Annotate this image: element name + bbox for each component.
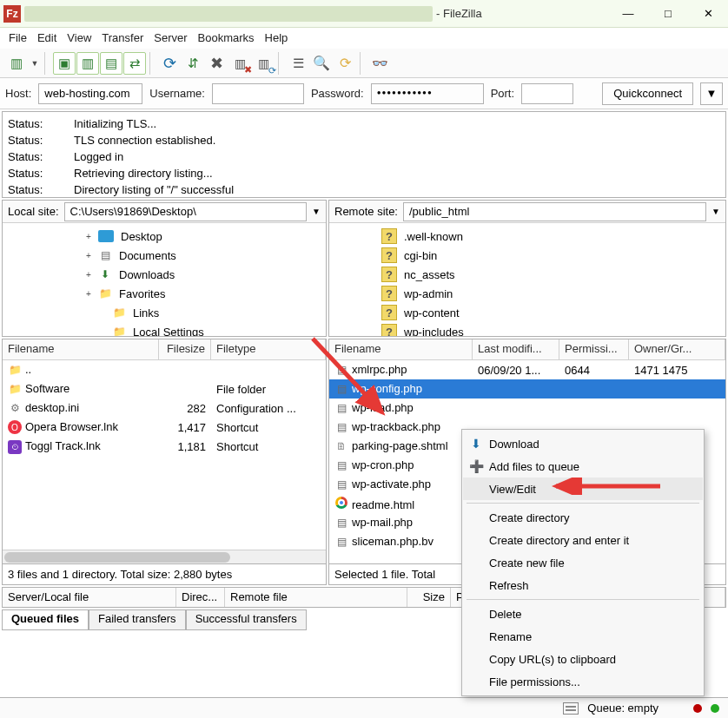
menu-view[interactable]: View: [67, 31, 91, 44]
folder-icon: 📁: [112, 306, 126, 319]
context-menu-item[interactable]: Refresh: [463, 574, 703, 596]
tree-node[interactable]: 📁Local Settings: [4, 322, 324, 336]
col-direction[interactable]: Direc...: [176, 588, 225, 607]
port-input[interactable]: [521, 83, 573, 104]
context-menu-item[interactable]: Copy URL(s) to clipboard: [463, 648, 703, 670]
expand-toggle[interactable]: +: [83, 232, 95, 241]
search-icon[interactable]: 🔍: [310, 52, 333, 75]
remote-tree[interactable]: ?.well-known?cgi-bin?nc_assets?wp-admin?…: [329, 223, 725, 336]
tree-node[interactable]: +⬇Downloads: [4, 265, 324, 284]
scrollbar[interactable]: [3, 550, 326, 563]
menu-file[interactable]: File: [9, 31, 27, 44]
toggle-panel2-icon[interactable]: ▥: [76, 52, 99, 75]
tree-node[interactable]: ?wp-includes: [331, 322, 724, 336]
tree-node[interactable]: ?.well-known: [331, 227, 724, 246]
process-queue-icon[interactable]: ⇵: [182, 52, 204, 75]
expand-toggle[interactable]: +: [83, 289, 95, 299]
menu-edit[interactable]: Edit: [37, 31, 56, 44]
col-remote-file[interactable]: Remote file: [225, 588, 407, 607]
username-input[interactable]: [212, 83, 304, 104]
download-icon: ⬇: [468, 436, 484, 451]
chevron-down-icon[interactable]: ▼: [312, 207, 321, 216]
menu-bookmarks[interactable]: Bookmarks: [198, 31, 255, 44]
list-item[interactable]: ▤wp-load.php: [329, 399, 725, 418]
col-filename[interactable]: Filename: [3, 339, 159, 359]
context-menu-item[interactable]: File permissions...: [463, 670, 703, 693]
tree-node[interactable]: 📁Links: [4, 303, 324, 322]
minimize-button[interactable]: —: [608, 1, 648, 27]
php-file-icon: ▤: [334, 401, 348, 415]
tree-node[interactable]: ?wp-content: [331, 303, 724, 322]
menu-transfer[interactable]: Transfer: [102, 31, 143, 44]
list-item[interactable]: 📁SoftwareFile folder: [3, 379, 326, 399]
host-input[interactable]: [38, 83, 142, 104]
menu-label: Add files to queue: [489, 460, 579, 473]
list-item[interactable]: 📁..: [3, 360, 326, 379]
file-name: wp-mail.php: [352, 516, 413, 529]
tree-node[interactable]: ?wp-admin: [331, 284, 724, 303]
col-modified[interactable]: Last modifi...: [473, 339, 559, 359]
local-tree[interactable]: +Desktop+▤Documents+⬇Downloads+📁Favorite…: [3, 223, 326, 336]
list-item[interactable]: ⚙desktop.ini282Configuration ...: [3, 399, 326, 418]
site-manager-icon[interactable]: ▥: [5, 52, 28, 75]
quickconnect-button[interactable]: Quickconnect: [602, 82, 693, 105]
context-menu-item[interactable]: Create new file: [463, 551, 703, 574]
tree-node[interactable]: +📁Favorites: [4, 284, 324, 303]
tab-queued[interactable]: Queued files: [2, 609, 89, 630]
col-owner[interactable]: Owner/Gr...: [629, 339, 725, 359]
context-menu-item[interactable]: ⬇Download: [463, 432, 703, 455]
tree-node[interactable]: +Desktop: [4, 227, 324, 246]
tab-failed[interactable]: Failed transfers: [89, 609, 186, 630]
context-menu-item[interactable]: Rename: [463, 625, 703, 648]
tree-node[interactable]: ?cgi-bin: [331, 246, 724, 265]
file-type: Shortcut: [211, 421, 326, 434]
binoculars-icon[interactable]: 👓: [368, 52, 391, 75]
tree-node[interactable]: ?nc_assets: [331, 265, 724, 284]
col-server[interactable]: Server/Local file: [3, 588, 176, 607]
toggle-panel1-icon[interactable]: ▣: [53, 52, 76, 75]
local-path-input[interactable]: [64, 202, 308, 221]
chevron-down-icon[interactable]: ▼: [711, 207, 720, 216]
col-filetype[interactable]: Filetype: [211, 339, 326, 359]
context-menu-item[interactable]: Create directory and enter it: [463, 529, 703, 551]
list-item[interactable]: OOpera Browser.lnk1,417Shortcut: [3, 418, 326, 437]
toggle-panel4-icon[interactable]: ⇄: [123, 52, 146, 75]
remote-path-input[interactable]: [403, 202, 706, 221]
compare-icon[interactable]: ⟳: [334, 52, 356, 75]
list-item[interactable]: ▤xmlrpc.php06/09/20 1...06441471 1475: [329, 360, 725, 379]
context-menu-item[interactable]: Delete: [463, 603, 703, 625]
close-button[interactable]: ✕: [688, 1, 728, 27]
dropdown-arrow-icon[interactable]: ▼: [29, 52, 41, 75]
expand-toggle[interactable]: +: [83, 270, 95, 280]
col-filesize[interactable]: Filesize: [159, 339, 211, 359]
list-item[interactable]: ▤wp-config.php: [329, 379, 725, 399]
maximize-button[interactable]: □: [648, 1, 688, 27]
quickconnect-dropdown[interactable]: ▼: [700, 82, 723, 105]
cancel-icon[interactable]: ✖: [205, 52, 228, 75]
context-menu-item[interactable]: Create directory: [463, 506, 703, 529]
refresh-icon[interactable]: ⟳: [158, 52, 181, 75]
filter-icon[interactable]: ☰: [287, 52, 309, 75]
list-item[interactable]: ⏲Toggl Track.lnk1,181Shortcut: [3, 437, 326, 456]
col-permissions[interactable]: Permissi...: [559, 339, 629, 359]
tab-successful[interactable]: Successful transfers: [186, 609, 307, 630]
context-menu-item[interactable]: ➕Add files to queue: [463, 455, 703, 478]
password-input[interactable]: ●●●●●●●●●●●: [371, 83, 484, 104]
menu-help[interactable]: Help: [265, 31, 288, 44]
tree-node[interactable]: +▤Documents: [4, 246, 324, 265]
menu-server[interactable]: Server: [154, 31, 187, 44]
php-file-icon: ▤: [334, 382, 348, 396]
local-list-body[interactable]: 📁..📁SoftwareFile folder⚙desktop.ini282Co…: [3, 360, 326, 550]
tree-label: wp-admin: [404, 287, 453, 300]
context-menu-item[interactable]: View/Edit: [463, 478, 703, 500]
reconnect-icon[interactable]: ▥⟳: [252, 52, 275, 75]
add-queue-icon: ➕: [468, 458, 484, 474]
file-name: wp-activate.php: [352, 478, 431, 491]
expand-toggle[interactable]: +: [83, 251, 95, 260]
col-filename[interactable]: Filename: [329, 339, 473, 359]
file-name: wp-cron.php: [352, 458, 414, 471]
col-size[interactable]: Size: [407, 588, 451, 607]
disconnect-icon[interactable]: ▥✖: [228, 52, 251, 75]
file-name: wp-load.php: [352, 401, 414, 414]
toggle-panel3-icon[interactable]: ▤: [100, 52, 122, 75]
